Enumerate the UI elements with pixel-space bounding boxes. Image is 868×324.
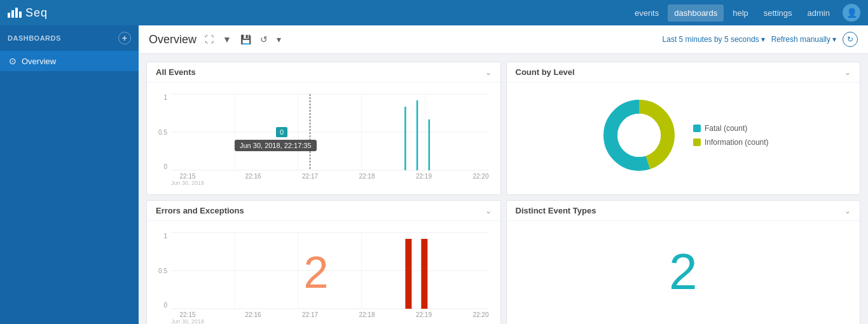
panel-count-by-level: Count by Level ⌄ bbox=[506, 62, 861, 195]
donut-chart-svg bbox=[598, 94, 680, 177]
panel-errors-collapse[interactable]: ⌄ bbox=[485, 206, 492, 215]
all-events-chart-area: 0 Jun 30, 2018, 22:17:35 bbox=[171, 94, 489, 170]
logo-bar-1 bbox=[8, 13, 10, 18]
errors-svg bbox=[171, 233, 489, 309]
refresh-label: Refresh manually bbox=[771, 35, 830, 44]
legend-fatal-color bbox=[693, 125, 701, 132]
logo-bar-4 bbox=[19, 11, 22, 18]
panel-all-events-header: All Events ⌄ bbox=[147, 62, 500, 83]
panel-errors-exceptions: Errors and Exceptions ⌄ 2 1 0.5 0 bbox=[146, 200, 501, 324]
sidebar: DASHBOARDS + ⊙ Overview bbox=[0, 25, 139, 324]
donut-chart-container: Fatal (count) Information (count) bbox=[512, 88, 855, 183]
distinct-big-number: 2 bbox=[669, 243, 698, 301]
x-label-2216: 22:16 bbox=[245, 173, 261, 180]
refresh-chevron: ▾ bbox=[832, 35, 836, 44]
legend-fatal-label: Fatal (count) bbox=[705, 124, 747, 133]
panel-all-events-title: All Events bbox=[156, 67, 196, 77]
sidebar-header-label: DASHBOARDS bbox=[8, 34, 61, 42]
time-range-chevron: ▾ bbox=[761, 35, 765, 44]
header-icons: ⛶ ▼ 💾 ↺ ▾ bbox=[203, 32, 283, 46]
svg-point-13 bbox=[617, 114, 661, 157]
all-events-x-axis: 22:15 Jun 30, 2018 22:16 22:17 22:18 22:… bbox=[171, 170, 489, 189]
sidebar-item-overview[interactable]: ⊙ Overview bbox=[0, 51, 139, 71]
nav-settings[interactable]: settings bbox=[757, 4, 799, 22]
legend-info-label: Information (count) bbox=[705, 138, 769, 147]
panel-count-by-level-body: Fatal (count) Information (count) bbox=[507, 83, 860, 188]
errors-x-2215: 22:15 Jun 30, 2018 bbox=[171, 311, 204, 324]
y-label-05: 0.5 bbox=[158, 129, 167, 136]
main-content: Overview ⛶ ▼ 💾 ↺ ▾ Last 5 minutes by 5 s… bbox=[139, 25, 868, 324]
top-nav-links: events dashboards help settings admin 👤 bbox=[628, 4, 860, 22]
time-range-button[interactable]: Last 5 minutes by 5 seconds ▾ bbox=[663, 35, 765, 44]
errors-x-axis: 22:15 Jun 30, 2018 22:16 22:17 22:18 22:… bbox=[171, 309, 489, 324]
page-header-left: Overview ⛶ ▼ 💾 ↺ ▾ bbox=[149, 32, 283, 46]
filter-icon[interactable]: ▼ bbox=[221, 32, 233, 46]
all-events-chart: 1 0.5 0 bbox=[152, 88, 495, 189]
panel-count-by-level-header: Count by Level ⌄ bbox=[507, 62, 860, 83]
legend-info: Information (count) bbox=[693, 138, 769, 147]
all-events-svg bbox=[171, 94, 489, 170]
panel-distinct-header: Distinct Event Types ⌄ bbox=[507, 201, 860, 221]
undo-icon[interactable]: ↺ bbox=[258, 32, 270, 46]
logo-bar-3 bbox=[15, 8, 18, 18]
panel-distinct-title: Distinct Event Types bbox=[516, 206, 596, 215]
panel-errors-body: 2 1 0.5 0 bbox=[147, 221, 500, 324]
panel-distinct-collapse[interactable]: ⌄ bbox=[844, 206, 851, 215]
legend-fatal: Fatal (count) bbox=[693, 124, 769, 133]
dropdown-icon[interactable]: ▾ bbox=[275, 32, 283, 46]
panel-count-by-level-title: Count by Level bbox=[516, 67, 575, 77]
x-label-2217: 22:17 bbox=[302, 173, 318, 180]
sidebar-add-button[interactable]: + bbox=[118, 32, 131, 44]
panel-all-events-body: 1 0.5 0 bbox=[147, 83, 500, 194]
top-nav: Seq events dashboards help settings admi… bbox=[0, 0, 868, 25]
page-header: Overview ⛶ ▼ 💾 ↺ ▾ Last 5 minutes by 5 s… bbox=[139, 25, 868, 54]
logo[interactable]: Seq bbox=[8, 6, 48, 20]
panel-count-by-level-collapse[interactable]: ⌄ bbox=[844, 68, 851, 77]
sidebar-item-label: Overview bbox=[22, 57, 56, 66]
dashboard-grid: All Events ⌄ 1 0.5 0 bbox=[139, 54, 868, 324]
save-icon[interactable]: 💾 bbox=[238, 32, 253, 46]
panel-distinct-event-types: Distinct Event Types ⌄ 2 bbox=[506, 200, 861, 324]
panel-errors-title: Errors and Exceptions bbox=[156, 206, 244, 215]
avatar[interactable]: 👤 bbox=[843, 4, 860, 22]
panel-distinct-body: 2 bbox=[507, 221, 860, 323]
overview-icon: ⊙ bbox=[9, 56, 17, 66]
panel-errors-header: Errors and Exceptions ⌄ bbox=[147, 201, 500, 221]
sidebar-header: DASHBOARDS + bbox=[0, 25, 139, 51]
svg-rect-21 bbox=[405, 239, 411, 309]
expand-icon[interactable]: ⛶ bbox=[203, 32, 216, 46]
refresh-now-button[interactable]: ↻ bbox=[843, 32, 858, 47]
nav-events[interactable]: events bbox=[628, 4, 665, 22]
svg-rect-22 bbox=[421, 239, 427, 309]
page-header-right: Last 5 minutes by 5 seconds ▾ Refresh ma… bbox=[663, 32, 858, 47]
refresh-button[interactable]: Refresh manually ▾ bbox=[771, 35, 836, 44]
x-label-2220: 22:20 bbox=[472, 173, 488, 180]
y-label-1: 1 bbox=[163, 94, 167, 101]
errors-chart: 2 1 0.5 0 bbox=[152, 226, 495, 324]
logo-bars bbox=[8, 8, 22, 18]
logo-text: Seq bbox=[25, 6, 48, 20]
x-label-2215: 22:15 Jun 30, 2018 bbox=[171, 173, 204, 186]
errors-chart-area bbox=[171, 233, 489, 309]
page-title: Overview bbox=[149, 33, 196, 46]
x-label-2218: 22:18 bbox=[359, 173, 375, 180]
nav-admin[interactable]: admin bbox=[801, 4, 836, 22]
donut-legend: Fatal (count) Information (count) bbox=[693, 124, 769, 147]
legend-info-color bbox=[693, 138, 701, 146]
y-label-0: 0 bbox=[163, 163, 167, 170]
panel-all-events-collapse[interactable]: ⌄ bbox=[485, 68, 492, 77]
panel-all-events: All Events ⌄ 1 0.5 0 bbox=[146, 62, 501, 195]
time-range-label: Last 5 minutes by 5 seconds bbox=[663, 35, 759, 44]
app-body: DASHBOARDS + ⊙ Overview Overview ⛶ ▼ 💾 ↺… bbox=[0, 25, 868, 324]
logo-bar-2 bbox=[11, 10, 14, 18]
all-events-y-axis: 1 0.5 0 bbox=[152, 94, 170, 170]
nav-dashboards[interactable]: dashboards bbox=[668, 4, 724, 22]
nav-help[interactable]: help bbox=[726, 4, 755, 22]
x-label-2219: 22:19 bbox=[416, 173, 432, 180]
errors-y-axis: 1 0.5 0 bbox=[152, 233, 170, 309]
tooltip-value-badge: 0 bbox=[276, 127, 287, 137]
